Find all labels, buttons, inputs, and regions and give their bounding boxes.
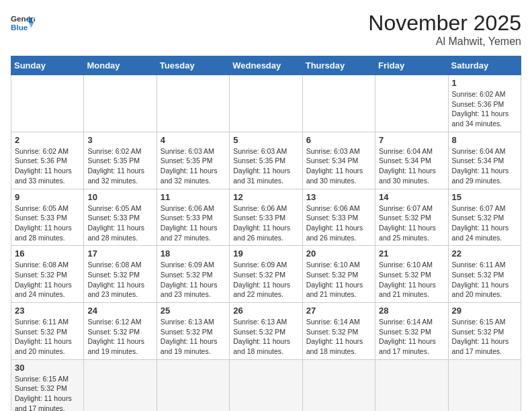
day-info: Sunrise: 6:12 AM Sunset: 5:32 PM Dayligh…: [87, 317, 152, 357]
calendar-cell: 16Sunrise: 6:08 AM Sunset: 5:32 PM Dayli…: [11, 246, 84, 303]
calendar-cell: 9Sunrise: 6:05 AM Sunset: 5:33 PM Daylig…: [11, 189, 84, 246]
day-number: 19: [233, 248, 298, 259]
day-number: 7: [379, 135, 444, 145]
day-number: 27: [306, 306, 371, 316]
day-number: 5: [233, 135, 298, 145]
day-info: Sunrise: 6:09 AM Sunset: 5:32 PM Dayligh…: [233, 260, 298, 300]
day-number: 23: [15, 306, 80, 316]
calendar-cell: 5Sunrise: 6:03 AM Sunset: 5:35 PM Daylig…: [230, 132, 302, 189]
day-info: Sunrise: 6:06 AM Sunset: 5:33 PM Dayligh…: [233, 203, 298, 243]
calendar-cell: [84, 359, 157, 411]
day-number: 12: [233, 192, 298, 202]
day-number: 25: [161, 306, 226, 316]
calendar-cell: 19Sunrise: 6:09 AM Sunset: 5:32 PM Dayli…: [230, 246, 302, 303]
day-info: Sunrise: 6:03 AM Sunset: 5:35 PM Dayligh…: [233, 146, 298, 186]
day-info: Sunrise: 6:05 AM Sunset: 5:33 PM Dayligh…: [87, 203, 152, 243]
calendar-cell: [302, 75, 375, 132]
day-number: 18: [161, 248, 226, 259]
calendar-cell: 4Sunrise: 6:03 AM Sunset: 5:35 PM Daylig…: [157, 132, 229, 189]
day-info: Sunrise: 6:09 AM Sunset: 5:32 PM Dayligh…: [161, 260, 226, 300]
day-info: Sunrise: 6:10 AM Sunset: 5:32 PM Dayligh…: [306, 260, 371, 300]
calendar-cell: [375, 75, 448, 132]
calendar-cell: 12Sunrise: 6:06 AM Sunset: 5:33 PM Dayli…: [230, 189, 302, 246]
day-info: Sunrise: 6:06 AM Sunset: 5:33 PM Dayligh…: [161, 203, 226, 243]
calendar-cell: 15Sunrise: 6:07 AM Sunset: 5:32 PM Dayli…: [448, 189, 521, 246]
calendar-cell: 20Sunrise: 6:10 AM Sunset: 5:32 PM Dayli…: [302, 246, 375, 303]
calendar-cell: [375, 359, 448, 411]
column-header-sunday: Sunday: [11, 56, 84, 75]
day-info: Sunrise: 6:15 AM Sunset: 5:32 PM Dayligh…: [452, 317, 517, 357]
column-header-monday: Monday: [84, 56, 157, 75]
day-info: Sunrise: 6:10 AM Sunset: 5:32 PM Dayligh…: [379, 260, 444, 300]
calendar-header-row: SundayMondayTuesdayWednesdayThursdayFrid…: [11, 56, 521, 75]
day-info: Sunrise: 6:02 AM Sunset: 5:36 PM Dayligh…: [15, 146, 80, 186]
calendar-cell: 23Sunrise: 6:11 AM Sunset: 5:32 PM Dayli…: [11, 303, 84, 360]
day-number: 17: [87, 248, 152, 259]
calendar-cell: 14Sunrise: 6:07 AM Sunset: 5:32 PM Dayli…: [375, 189, 448, 246]
day-info: Sunrise: 6:08 AM Sunset: 5:32 PM Dayligh…: [15, 260, 80, 300]
month-title: November 2025: [368, 11, 521, 36]
calendar-cell: 17Sunrise: 6:08 AM Sunset: 5:32 PM Dayli…: [84, 246, 157, 303]
column-header-friday: Friday: [375, 56, 448, 75]
day-number: 1: [452, 78, 517, 88]
day-number: 6: [306, 135, 371, 145]
calendar-table: SundayMondayTuesdayWednesdayThursdayFrid…: [11, 56, 521, 411]
day-number: 22: [452, 248, 517, 259]
calendar-cell: 3Sunrise: 6:02 AM Sunset: 5:35 PM Daylig…: [84, 132, 157, 189]
day-info: Sunrise: 6:03 AM Sunset: 5:35 PM Dayligh…: [161, 146, 226, 186]
day-info: Sunrise: 6:14 AM Sunset: 5:32 PM Dayligh…: [379, 317, 444, 357]
day-info: Sunrise: 6:03 AM Sunset: 5:34 PM Dayligh…: [306, 146, 371, 186]
calendar-cell: 2Sunrise: 6:02 AM Sunset: 5:36 PM Daylig…: [11, 132, 84, 189]
day-info: Sunrise: 6:07 AM Sunset: 5:32 PM Dayligh…: [452, 203, 517, 243]
day-number: 8: [452, 135, 517, 145]
day-info: Sunrise: 6:02 AM Sunset: 5:35 PM Dayligh…: [87, 146, 152, 186]
column-header-wednesday: Wednesday: [230, 56, 302, 75]
day-number: 21: [379, 248, 444, 259]
day-number: 26: [233, 306, 298, 316]
calendar-cell: 18Sunrise: 6:09 AM Sunset: 5:32 PM Dayli…: [157, 246, 229, 303]
day-info: Sunrise: 6:13 AM Sunset: 5:32 PM Dayligh…: [233, 317, 298, 357]
calendar-week-row: 16Sunrise: 6:08 AM Sunset: 5:32 PM Dayli…: [11, 246, 521, 303]
day-number: 3: [87, 135, 152, 145]
day-info: Sunrise: 6:14 AM Sunset: 5:32 PM Dayligh…: [306, 317, 371, 357]
calendar-week-row: 30Sunrise: 6:15 AM Sunset: 5:32 PM Dayli…: [11, 359, 521, 411]
calendar-cell: [230, 75, 302, 132]
calendar-cell: 22Sunrise: 6:11 AM Sunset: 5:32 PM Dayli…: [448, 246, 521, 303]
day-number: 13: [306, 192, 371, 202]
calendar-cell: [302, 359, 375, 411]
day-number: 4: [161, 135, 226, 145]
day-number: 15: [452, 192, 517, 202]
calendar-cell: 1Sunrise: 6:02 AM Sunset: 5:36 PM Daylig…: [448, 75, 521, 132]
day-info: Sunrise: 6:06 AM Sunset: 5:33 PM Dayligh…: [306, 203, 371, 243]
calendar-cell: 25Sunrise: 6:13 AM Sunset: 5:32 PM Dayli…: [157, 303, 229, 360]
calendar-cell: 24Sunrise: 6:12 AM Sunset: 5:32 PM Dayli…: [84, 303, 157, 360]
location-title: Al Mahwit, Yemen: [368, 36, 521, 48]
calendar-cell: [230, 359, 302, 411]
calendar-cell: 29Sunrise: 6:15 AM Sunset: 5:32 PM Dayli…: [448, 303, 521, 360]
calendar-cell: 28Sunrise: 6:14 AM Sunset: 5:32 PM Dayli…: [375, 303, 448, 360]
day-info: Sunrise: 6:08 AM Sunset: 5:32 PM Dayligh…: [87, 260, 152, 300]
day-number: 2: [15, 135, 80, 145]
calendar-cell: [84, 75, 157, 132]
day-number: 30: [15, 363, 80, 373]
day-number: 10: [87, 192, 152, 202]
day-info: Sunrise: 6:13 AM Sunset: 5:32 PM Dayligh…: [161, 317, 226, 357]
calendar-cell: [11, 75, 84, 132]
calendar-week-row: 9Sunrise: 6:05 AM Sunset: 5:33 PM Daylig…: [11, 189, 521, 246]
day-info: Sunrise: 6:07 AM Sunset: 5:32 PM Dayligh…: [379, 203, 444, 243]
calendar-cell: [157, 359, 229, 411]
calendar-cell: 8Sunrise: 6:04 AM Sunset: 5:34 PM Daylig…: [448, 132, 521, 189]
title-area: November 2025 Al Mahwit, Yemen: [368, 11, 521, 48]
svg-marker-3: [29, 23, 34, 28]
calendar-cell: 27Sunrise: 6:14 AM Sunset: 5:32 PM Dayli…: [302, 303, 375, 360]
logo-icon: General Blue: [11, 11, 35, 35]
page-header: General Blue November 2025 Al Mahwit, Ye…: [11, 11, 521, 48]
calendar-cell: 10Sunrise: 6:05 AM Sunset: 5:33 PM Dayli…: [84, 189, 157, 246]
day-number: 29: [452, 306, 517, 316]
calendar-cell: 6Sunrise: 6:03 AM Sunset: 5:34 PM Daylig…: [302, 132, 375, 189]
calendar-cell: 11Sunrise: 6:06 AM Sunset: 5:33 PM Dayli…: [157, 189, 229, 246]
calendar-cell: [157, 75, 229, 132]
calendar-week-row: 23Sunrise: 6:11 AM Sunset: 5:32 PM Dayli…: [11, 303, 521, 360]
column-header-saturday: Saturday: [448, 56, 521, 75]
day-number: 14: [379, 192, 444, 202]
